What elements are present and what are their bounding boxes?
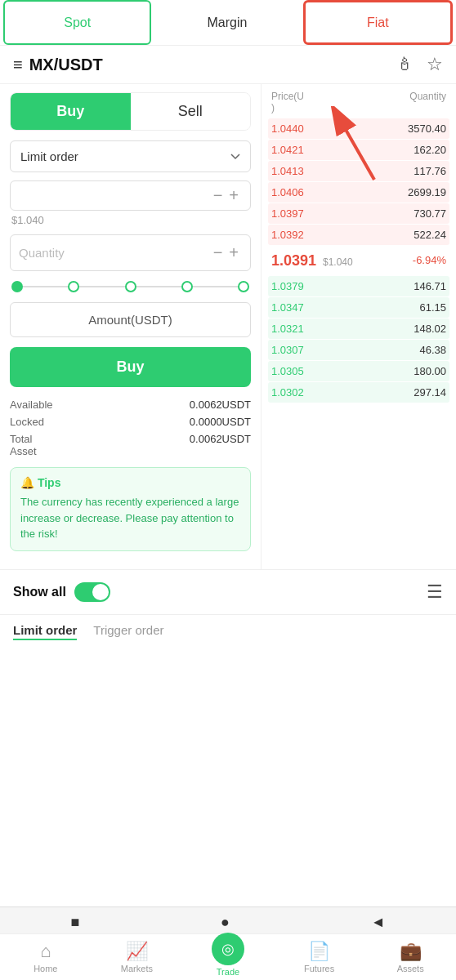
bid-rows: 1.0379146.711.034761.151.0321148.021.030… <box>268 276 449 403</box>
qty-decrease-button[interactable]: − <box>210 243 226 262</box>
qty-col-header: Quantity <box>409 91 446 114</box>
bid-qty: 146.71 <box>414 280 446 292</box>
bid-price: 1.0302 <box>271 386 304 399</box>
buy-tab[interactable]: Buy <box>11 93 131 130</box>
total-asset-row: TotalAsset 0.0062USDT <box>10 433 251 457</box>
ask-row[interactable]: 1.04403570.40 <box>268 118 449 139</box>
nav-trade[interactable]: ◎ Trade <box>182 934 274 980</box>
star-icon[interactable]: ☆ <box>427 54 443 75</box>
ask-row[interactable]: 1.0421162.20 <box>268 140 449 160</box>
bottom-nav: ⌂ Home 📈 Markets ◎ Trade 📄 Futures 💼 Ass… <box>0 933 456 980</box>
nav-home[interactable]: ⌂ Home <box>0 934 92 980</box>
quantity-input-row: Quantity − + <box>10 234 251 271</box>
slider-line-4 <box>193 286 238 287</box>
tab-limit-order[interactable]: Limit order <box>13 623 77 640</box>
ask-price: 1.0421 <box>271 144 304 156</box>
assets-nav-label: Assets <box>397 964 424 973</box>
system-stop-button[interactable]: ■ <box>70 914 79 931</box>
tips-text: The currency has recently experienced a … <box>20 494 240 542</box>
bid-qty: 297.14 <box>414 386 446 399</box>
show-all-label: Show all <box>13 585 66 599</box>
bid-qty: 180.00 <box>414 365 446 377</box>
bid-qty: 148.02 <box>414 323 446 335</box>
mid-price-row: 1.0391 $1.040 -6.94% <box>268 246 449 276</box>
slider-dot-1[interactable] <box>68 281 79 292</box>
qty-increase-button[interactable]: + <box>226 243 242 262</box>
tab-spot[interactable]: Spot <box>3 0 151 45</box>
price-usd-label: $1.040 <box>10 214 251 226</box>
slider-dot-3[interactable] <box>181 281 193 292</box>
order-type-select[interactable]: Limit order <box>10 140 251 172</box>
bid-price: 1.0307 <box>271 344 304 356</box>
tab-fiat[interactable]: Fiat <box>303 0 453 45</box>
ask-rows: 1.04403570.401.0421162.201.0413117.761.0… <box>268 118 449 245</box>
mid-price-usd: $1.040 <box>323 256 353 268</box>
ask-price: 1.0397 <box>271 207 304 220</box>
bid-price: 1.0379 <box>271 280 304 292</box>
locked-row: Locked 0.0000USDT <box>10 416 251 428</box>
available-row: Available 0.0062USDT <box>10 399 251 411</box>
available-label: Available <box>10 399 53 411</box>
price-col-header: Price(U) <box>271 91 304 114</box>
top-tabs: Spot Margin Fiat <box>0 0 456 46</box>
buy-sell-tabs: Buy Sell <box>10 92 251 131</box>
ask-price: 1.0406 <box>271 186 304 198</box>
slider-dot-0[interactable] <box>11 281 23 292</box>
futures-nav-label: Futures <box>304 964 334 973</box>
left-panel: Buy Sell Limit order 1.0392 − + $1.040 Q… <box>0 84 262 569</box>
header-bar: ≡ MX/USDT 🕯 ☆ <box>0 46 456 84</box>
show-all-toggle[interactable] <box>74 582 110 602</box>
tips-title: 🔔 Tips <box>20 476 240 489</box>
nav-markets[interactable]: 📈 Markets <box>92 934 183 980</box>
ask-price: 1.0413 <box>271 165 304 177</box>
candlestick-icon[interactable]: 🕯 <box>396 54 414 75</box>
markets-nav-label: Markets <box>121 964 153 973</box>
quantity-placeholder: Quantity <box>19 246 210 260</box>
available-value: 0.0062USDT <box>190 399 251 411</box>
header-icons: 🕯 ☆ <box>396 54 443 75</box>
order-book-header: Price(U) Quantity <box>268 91 449 114</box>
ask-row[interactable]: 1.0413117.76 <box>268 161 449 181</box>
markets-nav-icon: 📈 <box>126 941 148 962</box>
price-input-row: 1.0392 − + <box>10 180 251 211</box>
bid-qty: 61.15 <box>419 301 446 314</box>
hamburger-menu-icon[interactable]: ≡ <box>13 56 23 74</box>
home-nav-label: Home <box>34 964 57 973</box>
asset-info: Available 0.0062USDT Locked 0.0000USDT T… <box>10 399 251 457</box>
slider-line-3 <box>136 286 181 287</box>
sell-tab[interactable]: Sell <box>131 93 251 130</box>
nav-assets[interactable]: 💼 Assets <box>364 934 456 980</box>
toggle-knob <box>92 584 109 600</box>
slider-dots[interactable] <box>10 281 251 292</box>
bid-row[interactable]: 1.0321148.02 <box>268 318 449 339</box>
tips-box: 🔔 Tips The currency has recently experie… <box>10 467 251 551</box>
list-view-icon[interactable]: ☰ <box>427 581 443 603</box>
bid-price: 1.0347 <box>271 301 304 314</box>
price-input[interactable]: 1.0392 <box>19 189 210 203</box>
slider-dot-2[interactable] <box>125 281 136 292</box>
locked-label: Locked <box>10 416 44 428</box>
slider-dot-4[interactable] <box>238 281 249 292</box>
system-back-button[interactable]: ◄ <box>371 914 386 931</box>
tab-margin[interactable]: Margin <box>154 0 299 45</box>
slider-line-1 <box>23 286 68 287</box>
ask-qty: 2699.19 <box>408 186 446 198</box>
system-home-button[interactable]: ● <box>221 914 230 931</box>
ask-row[interactable]: 1.0392522.24 <box>268 225 449 245</box>
bid-row[interactable]: 1.030746.38 <box>268 340 449 360</box>
amount-usdt-button[interactable]: Amount(USDT) <box>10 302 251 337</box>
buy-submit-button[interactable]: Buy <box>10 347 251 387</box>
ask-row[interactable]: 1.04062699.19 <box>268 182 449 203</box>
bid-row[interactable]: 1.034761.15 <box>268 297 449 318</box>
bid-row[interactable]: 1.0379146.71 <box>268 276 449 296</box>
ask-row[interactable]: 1.0397730.77 <box>268 203 449 224</box>
tab-trigger-order[interactable]: Trigger order <box>93 623 163 640</box>
bid-row[interactable]: 1.0305180.00 <box>268 361 449 381</box>
bid-row[interactable]: 1.0302297.14 <box>268 382 449 403</box>
price-increase-button[interactable]: + <box>226 186 242 205</box>
trade-area: Buy Sell Limit order 1.0392 − + $1.040 Q… <box>0 84 456 569</box>
nav-futures[interactable]: 📄 Futures <box>274 934 365 980</box>
bid-qty: 46.38 <box>419 344 446 356</box>
price-decrease-button[interactable]: − <box>210 186 226 205</box>
slider-line-2 <box>79 286 124 287</box>
